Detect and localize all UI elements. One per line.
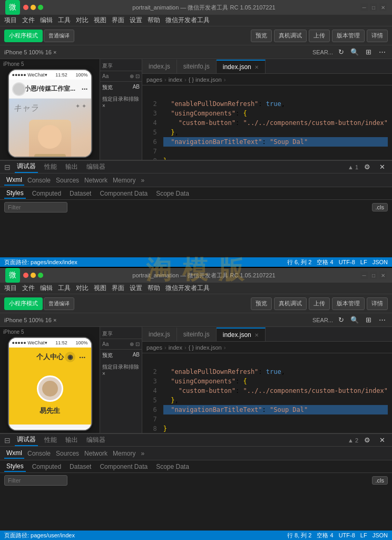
menu2-help[interactable]: 帮助 [148, 284, 160, 293]
titlebar-right-controls-2[interactable]: ─ □ ✕ [360, 272, 387, 279]
search-icon-2[interactable]: 🔍 [349, 314, 360, 326]
close-devtools-1[interactable]: ✕ [376, 161, 388, 173]
sub-tab-memory-1[interactable]: Memory [111, 176, 138, 185]
style-tab-scopedata-1[interactable]: Scope Data [154, 189, 191, 198]
window-controls-2[interactable] [23, 273, 43, 278]
refresh-icon-2[interactable]: ↻ [335, 314, 347, 326]
maximize-dot[interactable] [38, 5, 43, 10]
menu2-file[interactable]: 文件 [22, 284, 35, 293]
devtools-tab-perf-2[interactable]: 性能 [42, 435, 59, 446]
sub-tab-sources-1[interactable]: Sources [54, 176, 81, 185]
tab-siteinfojs-1[interactable]: siteinfo.js [177, 60, 217, 73]
camera-icon[interactable]: ◉ [65, 352, 75, 362]
style-tab-scopedata-2[interactable]: Scope Data [154, 462, 191, 471]
tab-close-1[interactable]: ✕ [254, 64, 259, 70]
code-editor-1[interactable]: 2 3 4 5 6 7 8 "enablePullDownRefresh": t… [142, 85, 392, 160]
menu2-project[interactable]: 项目 [4, 284, 17, 293]
code-editor-2[interactable]: 2 3 4 5 6 7 8 "enablePullDownRefresh": t… [142, 353, 392, 433]
devtools-tab-debugger-2[interactable]: 调试器 [15, 434, 38, 446]
style-tab-dataset-1[interactable]: Dataset [67, 189, 93, 198]
version-btn[interactable]: 版本管理 [332, 30, 365, 42]
window-controls-1[interactable] [23, 5, 43, 10]
devtools-tab-editor-2[interactable]: 编辑器 [84, 435, 107, 446]
devtools-tab-debugger-1[interactable]: 调试器 [15, 161, 38, 173]
miniapp-btn[interactable]: 小程序模式 [4, 30, 43, 42]
real-machine-btn-2[interactable]: 真机调试 [274, 297, 307, 310]
menu2-compare[interactable]: 对比 [76, 284, 89, 293]
preview-btn[interactable]: 预览 [251, 30, 272, 42]
panel-toggle-icon[interactable]: ⊟ [4, 163, 11, 171]
sub-tab-console-2[interactable]: Console [25, 449, 53, 458]
version-btn-2[interactable]: 版本管理 [332, 297, 365, 310]
menu-wechat-devtools[interactable]: 微信开发者工具 [165, 16, 210, 25]
close-dot-2[interactable] [23, 273, 28, 278]
tab-indexjson-2[interactable]: index.json ✕ [217, 327, 266, 341]
tab-close-2[interactable]: ✕ [254, 332, 259, 338]
cls-badge-2[interactable]: .cls [372, 476, 388, 485]
menu2-edit[interactable]: 编辑 [40, 284, 53, 293]
style-tab-compdata-2[interactable]: Component Data [97, 462, 150, 471]
sub-tab-wxml-1[interactable]: Wxml [4, 175, 24, 186]
maximize-button-2[interactable]: □ [370, 272, 377, 279]
style-tab-computed-1[interactable]: Computed [30, 189, 63, 198]
menu-interface[interactable]: 界面 [112, 16, 124, 25]
style-tab-compdata-1[interactable]: Component Data [97, 189, 150, 198]
sub-tab-sources-2[interactable]: Sources [54, 449, 81, 458]
devtools-tab-output-2[interactable]: 输出 [63, 435, 80, 446]
filter-input-2[interactable] [4, 475, 67, 486]
style-tab-dataset-2[interactable]: Dataset [67, 462, 93, 471]
maximize-button[interactable]: □ [370, 4, 377, 11]
search-icon[interactable]: 🔍 [349, 46, 360, 58]
detail-btn[interactable]: 详情 [367, 30, 388, 42]
detail-btn-2[interactable]: 详情 [367, 297, 388, 310]
minimize-button[interactable]: ─ [360, 4, 368, 11]
menu-item-wechat[interactable]: 💬 添加客服微信 › [9, 429, 91, 431]
layout-icon-2[interactable]: ⊞ [362, 314, 374, 326]
more-icon[interactable]: ⋯ [376, 46, 388, 58]
menu2-settings[interactable]: 设置 [130, 284, 142, 293]
devtools-tab-editor-1[interactable]: 编辑器 [84, 161, 107, 172]
style-tab-computed-2[interactable]: Computed [30, 462, 63, 471]
more-icon-2[interactable]: ⋯ [376, 314, 388, 326]
compiler-btn-2[interactable]: 普通编译 [44, 297, 74, 310]
compiler-btn[interactable]: 普通编译 [44, 30, 74, 42]
panel-toggle-icon-2[interactable]: ⊟ [4, 436, 11, 445]
style-tab-styles-2[interactable]: Styles [4, 461, 26, 472]
minimize-button-2[interactable]: ─ [360, 272, 368, 279]
upload-btn[interactable]: 上传 [309, 30, 330, 42]
sub-tab-wxml-2[interactable]: Wxml [4, 448, 24, 459]
minimize-dot-2[interactable] [31, 273, 36, 278]
close-button[interactable]: ✕ [379, 4, 387, 11]
titlebar-right-controls[interactable]: ─ □ ✕ [360, 4, 387, 11]
sub-tab-network-1[interactable]: Network [82, 176, 110, 185]
filter-input-1[interactable] [4, 202, 67, 213]
tab-indexjson-1[interactable]: index.json ✕ [217, 60, 266, 73]
maximize-dot-2[interactable] [38, 273, 43, 278]
sub-tab-more-2[interactable]: » [139, 449, 146, 458]
menu-settings[interactable]: 设置 [130, 16, 142, 25]
menu2-interface[interactable]: 界面 [112, 284, 124, 293]
cls-badge-1[interactable]: .cls [372, 203, 388, 211]
sub-tab-console-1[interactable]: Console [25, 176, 53, 185]
refresh-icon[interactable]: ↻ [335, 46, 347, 58]
menu-compare[interactable]: 对比 [76, 16, 89, 25]
real-machine-btn[interactable]: 真机调试 [274, 30, 307, 42]
tab-indexjs-1[interactable]: index.js [142, 60, 177, 73]
menu-view[interactable]: 视图 [94, 16, 106, 25]
menu-tools[interactable]: 工具 [58, 16, 71, 25]
tab-indexjs-2[interactable]: index.js [142, 327, 177, 341]
devtools-tab-perf-1[interactable]: 性能 [42, 161, 59, 172]
minimize-dot[interactable] [31, 5, 36, 10]
settings-icon-1[interactable]: ⚙ [361, 161, 373, 173]
menu-project[interactable]: 项目 [4, 16, 17, 25]
close-devtools-2[interactable]: ✕ [376, 435, 388, 446]
style-tab-styles-1[interactable]: Styles [4, 188, 26, 199]
menu2-wechat-devtools[interactable]: 微信开发者工具 [165, 284, 210, 293]
devtools-tab-output-1[interactable]: 输出 [63, 161, 80, 172]
miniapp-btn-2[interactable]: 小程序模式 [4, 297, 43, 310]
close-dot[interactable] [23, 5, 28, 10]
sub-tab-memory-2[interactable]: Memory [111, 449, 138, 458]
personal-more-icon[interactable]: ··· [79, 353, 86, 362]
layout-icon[interactable]: ⊞ [362, 46, 374, 58]
sub-tab-more-1[interactable]: » [139, 176, 146, 185]
